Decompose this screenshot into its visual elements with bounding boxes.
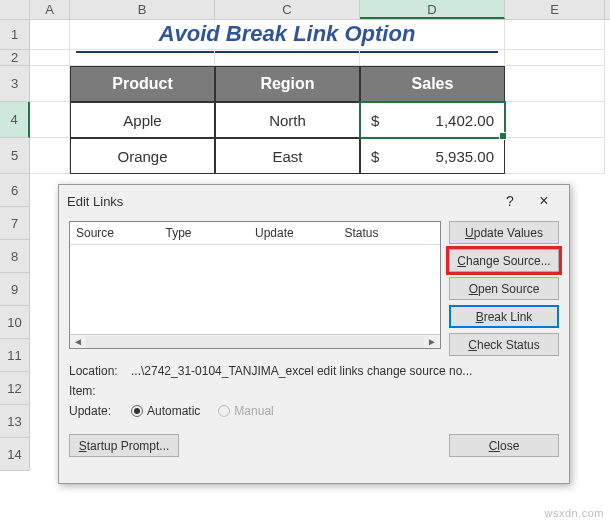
- cell-region-1[interactable]: East: [215, 138, 360, 174]
- page-title: Avoid Break Link Option: [159, 21, 416, 47]
- help-button[interactable]: ?: [493, 188, 527, 214]
- row-header-5[interactable]: 5: [0, 138, 30, 174]
- startup-prompt-button[interactable]: Startup Prompt...: [69, 434, 179, 457]
- col-header-a[interactable]: A: [30, 0, 70, 19]
- dialog-title: Edit Links: [67, 194, 493, 209]
- location-value: ...\2742_31-0104_TANJIMA_excel edit link…: [131, 364, 472, 378]
- cell-sales-0[interactable]: $ 1,402.00: [360, 102, 505, 138]
- col-source[interactable]: Source: [76, 226, 166, 240]
- radio-automatic[interactable]: Automatic: [131, 404, 200, 418]
- open-source-button[interactable]: Open Source: [449, 277, 559, 300]
- cell-a2[interactable]: [30, 50, 70, 66]
- row-header-6[interactable]: 6: [0, 174, 30, 207]
- close-button[interactable]: Close: [449, 434, 559, 457]
- scroll-left-icon[interactable]: ◄: [70, 336, 86, 347]
- item-label: Item:: [69, 384, 125, 398]
- watermark: wsxdn.com: [544, 507, 604, 519]
- cell-product-0[interactable]: Apple: [70, 102, 215, 138]
- update-values-button[interactable]: Update Values: [449, 221, 559, 244]
- radio-dot-icon: [218, 405, 230, 417]
- links-list[interactable]: Source Type Update Status ◄ ►: [69, 221, 441, 349]
- cell-product-1[interactable]: Orange: [70, 138, 215, 174]
- currency-symbol: $: [371, 112, 379, 129]
- col-type[interactable]: Type: [166, 226, 256, 240]
- cell-sales-1[interactable]: $ 5,935.00: [360, 138, 505, 174]
- cell-a3[interactable]: [30, 66, 70, 102]
- row-header-12[interactable]: 12: [0, 372, 30, 405]
- row-header-3[interactable]: 3: [0, 66, 30, 102]
- break-link-button[interactable]: Break Link: [449, 305, 559, 328]
- row-header-11[interactable]: 11: [0, 339, 30, 372]
- location-label: Location:: [69, 364, 125, 378]
- info-panel: Location: ...\2742_31-0104_TANJIMA_excel…: [59, 356, 569, 426]
- currency-symbol: $: [371, 148, 379, 165]
- row-header-7[interactable]: 7: [0, 207, 30, 240]
- cell-e5[interactable]: [505, 138, 605, 174]
- header-sales[interactable]: Sales: [360, 66, 505, 102]
- cell-c2[interactable]: [215, 50, 360, 66]
- edit-links-dialog: Edit Links ? × Source Type Update Status…: [58, 184, 570, 484]
- sales-value: 1,402.00: [436, 112, 494, 129]
- cell-e3[interactable]: [505, 66, 605, 102]
- check-status-button[interactable]: Check Status: [449, 333, 559, 356]
- cell-d2[interactable]: [360, 50, 505, 66]
- close-icon[interactable]: ×: [527, 188, 561, 214]
- cell-e4[interactable]: [505, 102, 605, 138]
- col-header-e[interactable]: E: [505, 0, 605, 19]
- radio-manual[interactable]: Manual: [218, 404, 273, 418]
- row-header-4[interactable]: 4: [0, 102, 30, 138]
- dialog-titlebar[interactable]: Edit Links ? ×: [59, 185, 569, 217]
- select-all-corner[interactable]: [0, 0, 30, 19]
- scroll-track[interactable]: [86, 336, 424, 348]
- row-header-13[interactable]: 13: [0, 405, 30, 438]
- horizontal-scrollbar[interactable]: ◄ ►: [70, 334, 440, 348]
- list-body[interactable]: [70, 245, 440, 334]
- button-column: Update Values Change Source... Open Sour…: [449, 221, 559, 356]
- cell-e1[interactable]: [505, 20, 605, 50]
- cell-a5[interactable]: [30, 138, 70, 174]
- col-status[interactable]: Status: [345, 226, 435, 240]
- row-header-14[interactable]: 14: [0, 438, 30, 471]
- scroll-right-icon[interactable]: ►: [424, 336, 440, 347]
- cell-region-0[interactable]: North: [215, 102, 360, 138]
- cell-b2[interactable]: [70, 50, 215, 66]
- cell-a4[interactable]: [30, 102, 70, 138]
- dialog-footer: Startup Prompt... Close: [59, 426, 569, 465]
- header-region[interactable]: Region: [215, 66, 360, 102]
- header-product[interactable]: Product: [70, 66, 215, 102]
- row-header-1[interactable]: 1: [0, 20, 30, 50]
- cell-e2[interactable]: [505, 50, 605, 66]
- sales-value: 5,935.00: [436, 148, 494, 165]
- cell-a1[interactable]: [30, 20, 70, 50]
- radio-dot-icon: [131, 405, 143, 417]
- row-header-10[interactable]: 10: [0, 306, 30, 339]
- list-header: Source Type Update Status: [70, 222, 440, 245]
- title-cell[interactable]: Avoid Break Link Option: [70, 20, 505, 50]
- update-label: Update:: [69, 404, 125, 418]
- change-source-button[interactable]: Change Source...: [449, 249, 559, 272]
- col-update[interactable]: Update: [255, 226, 345, 240]
- row-header-2[interactable]: 2: [0, 50, 30, 66]
- row-header-8[interactable]: 8: [0, 240, 30, 273]
- row-header-9[interactable]: 9: [0, 273, 30, 306]
